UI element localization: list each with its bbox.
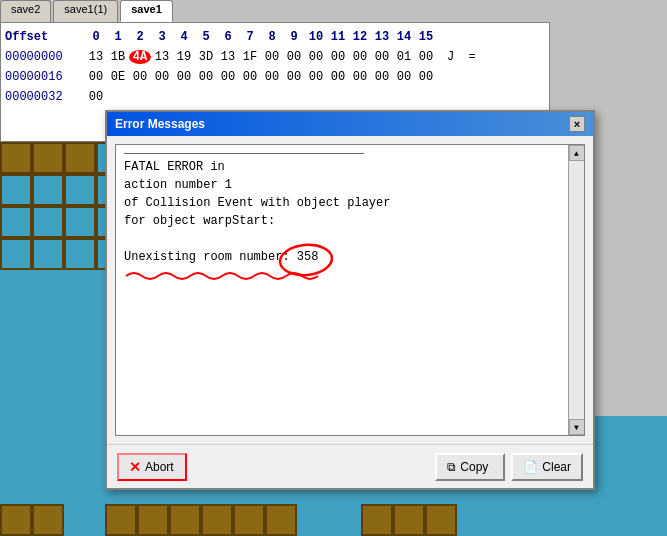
- tile-row-bottom: [0, 504, 96, 536]
- hex-col-15: 15: [415, 30, 437, 44]
- hex-header-row: Offset 0 1 2 3 4 5 6 7 8 9 10 11 12 13 1…: [5, 27, 545, 47]
- hex-byte-1-0: 00: [85, 70, 107, 84]
- hex-col-1: 1: [107, 30, 129, 44]
- hex-offset-2: 00000032: [5, 90, 85, 104]
- hex-byte-1-6: 00: [217, 70, 239, 84]
- tile: [32, 504, 64, 536]
- tile: [96, 238, 105, 270]
- hex-byte-0-13: 00: [371, 50, 393, 64]
- copy-icon: ⧉: [447, 460, 456, 474]
- hex-data-row-2: 00000032 00: [5, 87, 545, 107]
- tile: [32, 206, 64, 238]
- vertical-scrollbar[interactable]: ▲ ▼: [568, 145, 584, 435]
- tile: [64, 504, 96, 536]
- dialog-title-bar: Error Messages ×: [107, 112, 593, 136]
- clear-label: Clear: [542, 460, 571, 474]
- tab-save2[interactable]: save2: [0, 0, 51, 22]
- scrollbar-track[interactable]: [569, 161, 584, 419]
- hex-byte-2-0: 00: [85, 90, 107, 104]
- right-buttons: ⧉ Copy 📄 Clear: [435, 453, 583, 481]
- tile: [105, 504, 137, 536]
- hex-col-offset: Offset: [5, 30, 85, 44]
- game-background-left: [0, 142, 105, 536]
- tile: [0, 504, 32, 536]
- tile: [393, 504, 425, 536]
- error-text-area[interactable]: FATAL ERROR in action number 1 of Collis…: [115, 144, 585, 436]
- hex-byte-0-0: 13: [85, 50, 107, 64]
- error-line-6: Unexisting room number: 358: [124, 248, 318, 266]
- tile: [96, 174, 105, 206]
- hex-byte-1-8: 00: [261, 70, 283, 84]
- hex-byte-1-11: 00: [327, 70, 349, 84]
- tile: [32, 142, 64, 174]
- hex-byte-0-12: 00: [349, 50, 371, 64]
- hex-col-5: 5: [195, 30, 217, 44]
- tile-row-3: [0, 206, 105, 238]
- hex-byte-1-13: 00: [371, 70, 393, 84]
- hex-byte-0-15: 00: [415, 50, 437, 64]
- tile-row-2: [0, 174, 105, 206]
- hex-col-6: 6: [217, 30, 239, 44]
- hex-byte-0-1: 1B: [107, 50, 129, 64]
- hex-byte-1-4: 00: [173, 70, 195, 84]
- hex-byte-1-14: 00: [393, 70, 415, 84]
- tile: [0, 174, 32, 206]
- tab-save1[interactable]: save1: [120, 0, 173, 22]
- hex-col-8: 8: [261, 30, 283, 44]
- tile: [64, 238, 96, 270]
- tile: [64, 174, 96, 206]
- tile: [64, 206, 96, 238]
- tile: [233, 504, 265, 536]
- hex-col-11: 11: [327, 30, 349, 44]
- tile: [64, 142, 96, 174]
- scrollbar-down-arrow[interactable]: ▼: [569, 419, 585, 435]
- hex-byte-0-6: 13: [217, 50, 239, 64]
- tile: [32, 238, 64, 270]
- hex-col-10: 10: [305, 30, 327, 44]
- abort-button[interactable]: ✕ Abort: [117, 453, 187, 481]
- hex-byte-0-5: 3D: [195, 50, 217, 64]
- copy-label: Copy: [460, 460, 488, 474]
- error-line-1: FATAL ERROR in: [124, 158, 564, 176]
- hex-col-12: 12: [349, 30, 371, 44]
- hex-col-0: 0: [85, 30, 107, 44]
- hex-byte-1-2: 00: [129, 70, 151, 84]
- bottom-tile-row: [105, 504, 457, 536]
- hex-byte-1-5: 00: [195, 70, 217, 84]
- hex-byte-0-8: 00: [261, 50, 283, 64]
- hex-ascii-0: J =: [447, 50, 476, 64]
- hex-col-7: 7: [239, 30, 261, 44]
- dialog-content: FATAL ERROR in action number 1 of Collis…: [107, 136, 593, 444]
- tile: [96, 142, 105, 174]
- separator-line: [124, 153, 364, 154]
- hex-byte-0-9: 00: [283, 50, 305, 64]
- tile: [0, 238, 32, 270]
- hex-col-13: 13: [371, 30, 393, 44]
- tab-bar: save2 save1(1) save1: [0, 0, 175, 22]
- wavy-underline-svg: [124, 268, 324, 282]
- clear-icon: 📄: [523, 460, 538, 474]
- hex-byte-0-14: 01: [393, 50, 415, 64]
- tile-row-1: [0, 142, 105, 174]
- hex-data-row-0: 00000000 13 1B 4A 13 19 3D 13 1F 00 00 0…: [5, 47, 545, 67]
- hex-byte-0-10: 00: [305, 50, 327, 64]
- tile: [0, 142, 32, 174]
- hex-byte-0-4: 19: [173, 50, 195, 64]
- clear-button[interactable]: 📄 Clear: [511, 453, 583, 481]
- copy-button[interactable]: ⧉ Copy: [435, 453, 505, 481]
- tab-save1-1[interactable]: save1(1): [53, 0, 118, 22]
- hex-byte-0-7: 1F: [239, 50, 261, 64]
- hex-byte-1-7: 00: [239, 70, 261, 84]
- tile: [137, 504, 169, 536]
- error-line-5: [124, 230, 564, 248]
- error-line-3: of Collision Event with object player: [124, 194, 564, 212]
- hex-byte-1-1: 0E: [107, 70, 129, 84]
- scrollbar-up-arrow[interactable]: ▲: [569, 145, 585, 161]
- dialog-buttons: ✕ Abort ⧉ Copy 📄 Clear: [107, 444, 593, 488]
- hex-col-9: 9: [283, 30, 305, 44]
- tile: [0, 206, 32, 238]
- background: save2 save1(1) save1 Offset 0 1 2 3 4 5 …: [0, 0, 667, 536]
- error-line-4: for object warpStart:: [124, 212, 564, 230]
- hex-byte-0-11: 00: [327, 50, 349, 64]
- dialog-close-button[interactable]: ×: [569, 116, 585, 132]
